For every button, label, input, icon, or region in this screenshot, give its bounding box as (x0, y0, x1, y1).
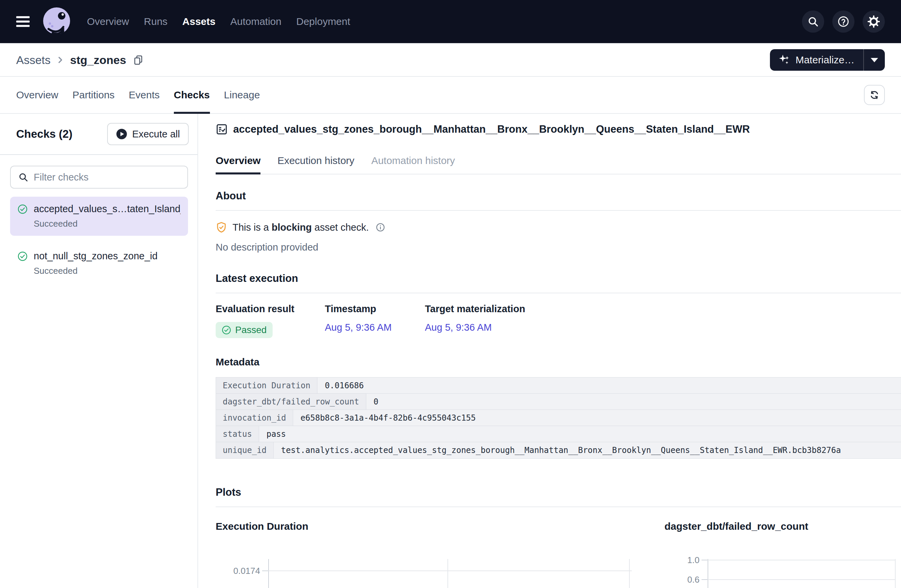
metadata-key: invocation_id (216, 410, 293, 426)
subtab-automation-history[interactable]: Automation history (371, 155, 455, 174)
asset-name: stg_zones (70, 54, 126, 67)
metadata-key: dagster_dbt/failed_row_count (216, 394, 366, 409)
play-circle-icon (116, 128, 127, 140)
tab-overview[interactable]: Overview (16, 77, 58, 113)
check-list-item-accepted-values[interactable]: accepted_values_s…taten_Island_ Succeede… (10, 197, 188, 236)
table-row: dagster_dbt/failed_row_count 0 (216, 394, 901, 410)
nav-item-automation[interactable]: Automation (230, 16, 281, 27)
check-status: Succeeded (34, 266, 158, 276)
no-description-text: No description provided (216, 242, 901, 253)
search-icon (18, 172, 28, 182)
materialize-button[interactable]: Materialize… (770, 49, 863, 71)
caret-down-icon (871, 58, 878, 62)
table-row: Execution Duration 0.016686 (216, 378, 901, 394)
tab-partitions[interactable]: Partitions (72, 77, 115, 113)
metadata-value: e658b8c8-3a1a-4b4f-82b6-4c955043c155 (293, 410, 901, 426)
tab-lineage[interactable]: Lineage (224, 77, 260, 113)
check-success-icon (222, 325, 231, 335)
filter-checks-box (10, 166, 188, 188)
y-tick-mark (701, 579, 708, 580)
y-tick-label: 0.6 (664, 574, 700, 585)
top-navbar: Overview Runs Assets Automation Deployme… (0, 0, 901, 43)
check-success-icon (17, 251, 28, 276)
check-detail-tabs: Overview Execution history Automation hi… (216, 155, 901, 174)
failed-row-count-chart: dagster_dbt/failed_row_count 1.0 0.6 (664, 521, 901, 588)
execute-all-label: Execute all (132, 129, 180, 140)
about-heading: About (216, 190, 901, 202)
plots-heading: Plots (216, 486, 901, 498)
tab-events[interactable]: Events (129, 77, 160, 113)
y-tick-label: 0.0174 (216, 566, 260, 576)
help-icon[interactable] (832, 11, 854, 33)
metadata-value: 0 (366, 394, 901, 409)
checklist-icon (216, 123, 228, 135)
target-materialization-link[interactable]: Aug 5, 9:36 AM (425, 322, 492, 333)
tab-checks[interactable]: Checks (174, 77, 210, 113)
checks-sidebar: Checks (2) Execute all (0, 114, 198, 588)
timestamp-link[interactable]: Aug 5, 9:36 AM (325, 322, 391, 333)
info-icon[interactable] (376, 222, 385, 232)
y-tick-mark (262, 571, 268, 571)
latest-execution-heading: Latest execution (216, 272, 901, 285)
metadata-value: test.analytics.accepted_values_stg_zones… (274, 442, 901, 458)
col-evaluation-result: Evaluation result (216, 303, 325, 314)
check-success-icon (17, 204, 28, 229)
gridline (708, 560, 895, 560)
gridline (629, 559, 630, 588)
col-target-materialization: Target materialization (425, 303, 525, 314)
refresh-button[interactable] (864, 85, 885, 105)
nav-item-runs[interactable]: Runs (144, 16, 167, 27)
hamburger-menu-icon[interactable] (16, 16, 30, 27)
nav-item-deployment[interactable]: Deployment (296, 16, 350, 27)
check-list-item-not-null[interactable]: not_null_stg_zones_zone_id Succeeded (10, 244, 188, 283)
copy-icon[interactable] (133, 54, 143, 65)
nav-item-assets[interactable]: Assets (182, 16, 215, 27)
settings-gear-icon[interactable] (863, 11, 885, 33)
divider (216, 292, 901, 293)
passed-label: Passed (235, 325, 267, 335)
sparkle-icon (779, 54, 790, 66)
blocking-text: This is a blocking asset check. (232, 222, 369, 233)
y-tick-label: 1.0 (664, 555, 700, 565)
nav-item-overview[interactable]: Overview (87, 16, 129, 27)
check-name: not_null_stg_zones_zone_id (34, 250, 158, 262)
metadata-key: Execution Duration (216, 378, 317, 394)
metadata-key: unique_id (216, 442, 274, 458)
materialize-split-button: Materialize… (770, 49, 885, 71)
col-timestamp: Timestamp (325, 303, 425, 314)
metadata-heading: Metadata (216, 356, 901, 368)
chart-title: Execution Duration (216, 521, 640, 532)
passed-badge: Passed (216, 322, 273, 338)
materialize-label: Materialize… (795, 54, 854, 66)
metadata-table: Execution Duration 0.016686 dagster_dbt/… (216, 377, 901, 459)
checks-panel-title: Checks (2) (16, 128, 72, 140)
chevron-right-icon (55, 55, 65, 65)
execution-duration-chart: Execution Duration 0.0174 (216, 521, 640, 588)
navbar-actions (802, 11, 885, 33)
check-name: accepted_values_s…taten_Island_ (34, 204, 181, 215)
materialize-dropdown-button[interactable] (864, 49, 885, 71)
filter-checks-input[interactable] (34, 172, 180, 183)
subtab-execution-history[interactable]: Execution history (277, 155, 354, 174)
metadata-key: status (216, 426, 259, 442)
y-tick-mark (701, 560, 708, 560)
metadata-value: pass (259, 426, 901, 442)
dagster-logo-icon[interactable] (42, 7, 72, 36)
shield-check-icon (216, 222, 227, 233)
table-row: status pass (216, 426, 901, 442)
check-status: Succeeded (34, 219, 181, 229)
check-detail-title: accepted_values_stg_zones_borough__Manha… (233, 123, 750, 135)
metadata-value: 0.016686 (317, 378, 901, 394)
asset-header: Assets stg_zones Materialize… (0, 44, 901, 77)
check-detail-panel: accepted_values_stg_zones_borough__Manha… (198, 114, 901, 588)
search-icon[interactable] (802, 11, 824, 33)
subtab-overview[interactable]: Overview (216, 155, 260, 174)
gridline (447, 559, 448, 588)
divider (216, 507, 901, 507)
chart-title: dagster_dbt/failed_row_count (664, 521, 901, 532)
execute-all-button[interactable]: Execute all (107, 123, 189, 145)
y-axis-line (708, 559, 708, 588)
asset-tabbar: Overview Partitions Events Checks Lineag… (0, 77, 901, 114)
breadcrumb-assets-link[interactable]: Assets (16, 54, 51, 67)
gridline (708, 579, 895, 580)
